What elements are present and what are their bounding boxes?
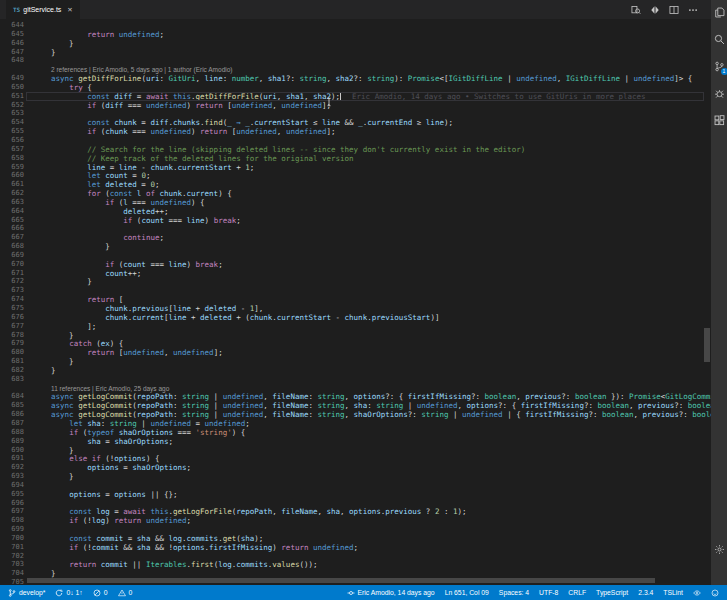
debug-icon[interactable] (714, 88, 725, 99)
code-line[interactable]: 681 } (0, 357, 711, 366)
code-line[interactable]: 657 // Search for the line (skipping del… (0, 145, 711, 154)
status-item-label: 0 (129, 589, 133, 596)
code-line[interactable]: 666 (0, 224, 711, 233)
code-line[interactable]: 652 if (diff === undefined) return [unde… (0, 101, 711, 110)
cursor-position-status[interactable]: Ln 651, Col 09 (445, 589, 489, 596)
code-line[interactable]: 654 const chunk = diff.chunks.find(_ ⇒ _… (0, 118, 711, 127)
code-line[interactable]: 696 (0, 499, 711, 508)
code-line[interactable]: 690 } (0, 446, 711, 455)
code-line[interactable]: 688 if (typeof shaOrOptions === 'string'… (0, 428, 711, 437)
code-line[interactable]: 701 if (!commit && sha && !options.first… (0, 543, 711, 552)
code-line[interactable]: 659 line = line - chunk.currentStart + 1… (0, 163, 711, 172)
eol-status[interactable]: CRLF (568, 589, 586, 596)
code-line[interactable]: 684 async getLogCommit(repoPath: string … (0, 392, 711, 401)
code-line[interactable]: 671 count++; (0, 269, 711, 278)
tslint-status[interactable]: TSLint (663, 589, 683, 596)
gitlens-blame-status[interactable]: Eric Amodio, 14 days ago (347, 589, 435, 597)
code-line[interactable]: 670 if (count === line) break; (0, 260, 711, 269)
settings-gear-icon[interactable] (714, 544, 725, 555)
code-line[interactable]: 683 (0, 375, 711, 384)
search-icon[interactable] (714, 34, 725, 45)
code-line[interactable]: 691 else if (!options) { (0, 454, 711, 463)
code-line[interactable]: 663 if (l === undefined) { (0, 198, 711, 207)
files-icon[interactable] (714, 7, 725, 18)
code-line[interactable]: 669 (0, 251, 711, 260)
code-line[interactable]: 655 if (chunk === undefined) return [und… (0, 127, 711, 136)
code-line[interactable]: 693 } (0, 472, 711, 481)
code-line[interactable]: 667 continue; (0, 233, 711, 242)
code-line[interactable]: 698 if (!log) return undefined; (0, 516, 711, 525)
git-branch-status[interactable]: develop* (8, 589, 45, 597)
code-line[interactable]: 648 (0, 56, 711, 65)
code-line[interactable]: 702 (0, 552, 711, 561)
language-mode-status[interactable]: TypeScript (596, 589, 628, 596)
split-editor-icon[interactable] (669, 5, 679, 15)
gitlens-icon[interactable] (650, 5, 660, 15)
code-line[interactable]: 677 ]; (0, 322, 711, 331)
code-line[interactable]: 694 (0, 481, 711, 490)
indentation-status[interactable]: Spaces: 4 (499, 589, 529, 596)
code-line[interactable]: 687 let sha: string | undefined = undefi… (0, 419, 711, 428)
close-icon[interactable]: ✕ (67, 6, 72, 14)
code-line[interactable]: 658 // Keep track of the deleted lines f… (0, 154, 711, 163)
line-number: 660 (0, 171, 24, 180)
code-line[interactable]: 665 if (count === line) break; (0, 216, 711, 225)
problems-warnings-status[interactable]: 0 (118, 589, 133, 597)
source-control-icon[interactable]: 1 (714, 61, 725, 72)
code-line[interactable]: 656 (0, 136, 711, 145)
code-line[interactable]: 678 } (0, 331, 711, 340)
toggle-blame-status[interactable] (693, 589, 701, 597)
codelens-link[interactable]: 2 references | Eric Amodio, 5 days ago |… (0, 65, 711, 74)
code-line[interactable]: 703 return commit || Iterables.first(log… (0, 560, 711, 569)
code-line[interactable]: 668 } (0, 242, 711, 251)
code-line[interactable]: 672 } (0, 277, 711, 286)
vertical-scrollbar[interactable] (704, 328, 710, 362)
problems-errors-status[interactable]: 0 (93, 589, 108, 597)
line-number: 650 (0, 83, 24, 92)
code-line[interactable]: 647 } (0, 48, 711, 57)
horizontal-scrollbar[interactable] (27, 578, 655, 583)
code-line[interactable]: 695 options = options || {}; (0, 490, 711, 499)
code-line[interactable]: 664 deleted++; (0, 207, 711, 216)
code-area[interactable]: 644645 return undefined;646 }647 }6482 r… (0, 21, 711, 585)
code-line[interactable]: 653 (0, 109, 711, 118)
code-line[interactable]: 682 } (0, 366, 711, 375)
code-line[interactable]: 660 let count = 0; (0, 171, 711, 180)
encoding-status[interactable]: UTF-8 (539, 589, 558, 596)
code-line[interactable]: 651 const diff = await this.getDiffForFi… (0, 92, 711, 101)
code-line[interactable]: 645 return undefined; (0, 30, 711, 39)
code-line[interactable]: 700 const commit = sha && log.commits.ge… (0, 534, 711, 543)
code-line[interactable]: 676 chunk.current[line + deleted + (chun… (0, 313, 711, 322)
more-actions-icon[interactable] (688, 5, 698, 15)
code-line[interactable]: 673 (0, 286, 711, 295)
code-line[interactable]: 704 } (0, 569, 711, 578)
line-number: 687 (0, 419, 24, 428)
line-number: 671 (0, 269, 24, 278)
code-line[interactable]: 662 for (const l of chunk.current) { (0, 189, 711, 198)
code-line[interactable]: 686 async getLogCommit(repoPath: string … (0, 410, 711, 419)
typescript-version-status[interactable]: 2.3.4 (638, 589, 653, 596)
feedback-status[interactable] (711, 589, 719, 597)
line-number: 691 (0, 454, 24, 463)
extensions-icon[interactable] (714, 115, 725, 126)
code-line[interactable]: 644 (0, 21, 711, 30)
sync-status[interactable]: 0↓ 1↑ (55, 589, 82, 597)
code-line[interactable]: 699 (0, 525, 711, 534)
line-number: 705 (0, 578, 24, 585)
code-line[interactable]: 649 async getDiffForLine(uri: GitUri, li… (0, 74, 711, 83)
code-line[interactable]: 679 catch (ex) { (0, 339, 711, 348)
open-changes-icon[interactable] (631, 5, 641, 15)
tab-gitservice-ts[interactable]: TS gitService.ts ✕ (6, 0, 80, 19)
code-line[interactable]: 680 return [undefined, undefined]; (0, 348, 711, 357)
code-line[interactable]: 650 try { (0, 83, 711, 92)
code-line[interactable]: 661 let deleted = 0; (0, 180, 711, 189)
code-line[interactable]: 674 return [ (0, 295, 711, 304)
code-line[interactable]: 692 options = shaOrOptions; (0, 463, 711, 472)
code-line[interactable]: 697 const log = await this.getLogForFile… (0, 507, 711, 516)
code-line[interactable]: 689 sha = shaOrOptions; (0, 437, 711, 446)
line-number: 663 (0, 198, 24, 207)
code-line[interactable]: 646 } (0, 39, 711, 48)
codelens-link[interactable]: 11 references | Eric Amodio, 25 days ago (0, 384, 711, 393)
code-line[interactable]: 675 chunk.previous[line + deleted - 1], (0, 304, 711, 313)
code-line[interactable]: 685 async getLogCommit(repoPath: string … (0, 401, 711, 410)
